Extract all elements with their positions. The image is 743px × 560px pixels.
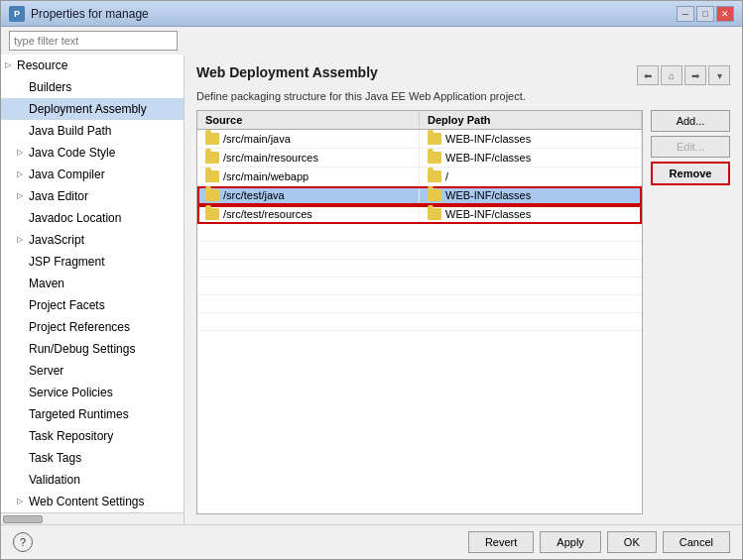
sidebar-item-targeted-runtimes[interactable]: Targeted Runtimes (1, 403, 184, 425)
panel-description: Define packaging structure for this Java… (196, 90, 730, 102)
folder-icon (205, 152, 219, 164)
table-row-empty (197, 313, 642, 331)
sidebar-item-java-compiler[interactable]: ▷ Java Compiler (1, 164, 184, 185)
title-bar: P Properties for manage ─ □ ✕ (1, 1, 742, 27)
source-cell: /src/main/resources (197, 149, 420, 167)
sidebar-scroll[interactable] (1, 512, 184, 524)
sidebar-item-label: Task Repository (29, 427, 113, 445)
ok-button[interactable]: OK (607, 531, 657, 553)
sidebar-item-label: JavaScript (29, 231, 84, 249)
table-row[interactable]: /src/main/resources WEB-INF/classes (197, 149, 642, 168)
deploy-value: WEB-INF/classes (445, 133, 531, 145)
table-row-empty (197, 242, 642, 260)
no-arrow (17, 100, 29, 118)
sidebar-item-javascript[interactable]: ▷ JavaScript (1, 229, 184, 251)
expand-arrow: ▷ (17, 187, 29, 205)
expand-arrow: ▷ (17, 231, 29, 249)
sidebar-item-label: Service Policies (29, 384, 113, 401)
back-button[interactable]: ⬅ (637, 65, 659, 85)
sidebar-item-label: Javadoc Location (29, 209, 121, 227)
sidebar-item-web-content-settings[interactable]: ▷ Web Content Settings (1, 491, 184, 512)
no-arrow (17, 253, 29, 271)
dropdown-button[interactable]: ▾ (708, 65, 730, 85)
table-row[interactable]: /src/test/resources WEB-INF/classes (197, 205, 642, 224)
sidebar-item-project-references[interactable]: Project References (1, 316, 184, 338)
deploy-path-header: Deploy Path (420, 111, 642, 129)
sidebar-item-java-code-style[interactable]: ▷ Java Code Style (1, 142, 184, 164)
help-button[interactable]: ? (13, 532, 33, 552)
main-window: P Properties for manage ─ □ ✕ ▷ Resource… (0, 0, 743, 560)
deploy-value: WEB-INF/classes (445, 152, 531, 164)
deploy-value: WEB-INF/classes (445, 208, 531, 220)
sidebar-item-task-tags[interactable]: Task Tags (1, 447, 184, 469)
sidebar-item-run-debug-settings[interactable]: Run/Debug Settings (1, 338, 184, 360)
sidebar-item-maven[interactable]: Maven (1, 273, 184, 294)
revert-button[interactable]: Revert (468, 531, 534, 553)
source-cell: /src/main/java (197, 130, 420, 148)
sidebar-item-label: JSP Fragment (29, 253, 104, 271)
maximize-button[interactable]: □ (696, 6, 714, 22)
folder-icon (428, 133, 441, 145)
expand-arrow: ▷ (17, 166, 29, 183)
title-bar-left: P Properties for manage (9, 6, 149, 22)
source-value: /src/main/resources (223, 152, 318, 164)
sidebar-item-resource[interactable]: ▷ Resource (1, 55, 184, 76)
sidebar-item-label: Web Content Settings (29, 493, 145, 510)
sidebar-item-builders[interactable]: Builders (1, 76, 184, 98)
table-row[interactable]: /src/main/java WEB-INF/classes (197, 130, 642, 149)
edit-button[interactable]: Edit... (651, 136, 730, 158)
sidebar-item-jsp-fragment[interactable]: JSP Fragment (1, 251, 184, 273)
forward-button[interactable]: ➡ (684, 65, 706, 85)
deploy-value: / (445, 170, 448, 182)
source-value: /src/test/resources (223, 208, 312, 220)
close-button[interactable]: ✕ (716, 6, 734, 22)
source-value: /src/main/webapp (223, 170, 309, 182)
table-row[interactable]: /src/main/webapp / (197, 168, 642, 186)
sidebar-item-task-repository[interactable]: Task Repository (1, 425, 184, 447)
no-arrow (17, 296, 29, 314)
folder-icon (205, 189, 219, 201)
add-button[interactable]: Add... (651, 110, 730, 132)
window-title: Properties for manage (31, 7, 149, 21)
no-arrow (17, 449, 29, 467)
table-row[interactable]: /src/test/java WEB-INF/classes (197, 186, 642, 205)
filter-bar (1, 27, 742, 55)
folder-icon (428, 208, 441, 220)
sidebar-item-deployment-assembly[interactable]: Deployment Assembly (1, 98, 184, 120)
deploy-cell: WEB-INF/classes (420, 130, 642, 148)
apply-button[interactable]: Apply (540, 531, 601, 553)
cancel-button[interactable]: Cancel (663, 531, 730, 553)
no-arrow (17, 340, 29, 358)
minimize-button[interactable]: ─ (677, 6, 694, 22)
sidebar-item-label: Java Build Path (29, 122, 111, 140)
home-button[interactable]: ⌂ (661, 65, 682, 85)
no-arrow (17, 122, 29, 140)
source-value: /src/test/java (223, 189, 285, 201)
no-arrow (17, 275, 29, 292)
sidebar-item-java-build-path[interactable]: Java Build Path (1, 120, 184, 142)
action-buttons: Add... Edit... Remove (651, 110, 730, 514)
sidebar-item-java-editor[interactable]: ▷ Java Editor (1, 185, 184, 207)
table-row-empty (197, 295, 642, 313)
expand-arrow: ▷ (17, 144, 29, 162)
table-area: Source Deploy Path /src/main/java WEB-IN… (196, 110, 730, 514)
no-arrow (17, 78, 29, 96)
filter-input[interactable] (9, 31, 178, 51)
sidebar-item-label: Deployment Assembly (29, 100, 147, 118)
remove-button[interactable]: Remove (651, 162, 730, 185)
no-arrow (17, 209, 29, 227)
sidebar-item-service-policies[interactable]: Service Policies (1, 382, 184, 403)
right-panel: Web Deployment Assembly ⬅ ⌂ ➡ ▾ Define p… (185, 55, 742, 524)
sidebar-item-javadoc-location[interactable]: Javadoc Location (1, 207, 184, 229)
main-content: ▷ Resource Builders Deployment Assembly … (1, 55, 742, 524)
folder-icon (205, 208, 219, 220)
sidebar-item-validation[interactable]: Validation (1, 469, 184, 491)
sidebar-item-project-facets[interactable]: Project Facets (1, 294, 184, 316)
no-arrow (17, 318, 29, 336)
sidebar-item-label: Java Compiler (29, 166, 105, 183)
scroll-thumb[interactable] (3, 515, 43, 523)
sidebar-item-server[interactable]: Server (1, 360, 184, 382)
right-panel-header: Web Deployment Assembly ⬅ ⌂ ➡ ▾ (196, 64, 730, 86)
no-arrow (17, 427, 29, 445)
table-header: Source Deploy Path (197, 111, 642, 130)
